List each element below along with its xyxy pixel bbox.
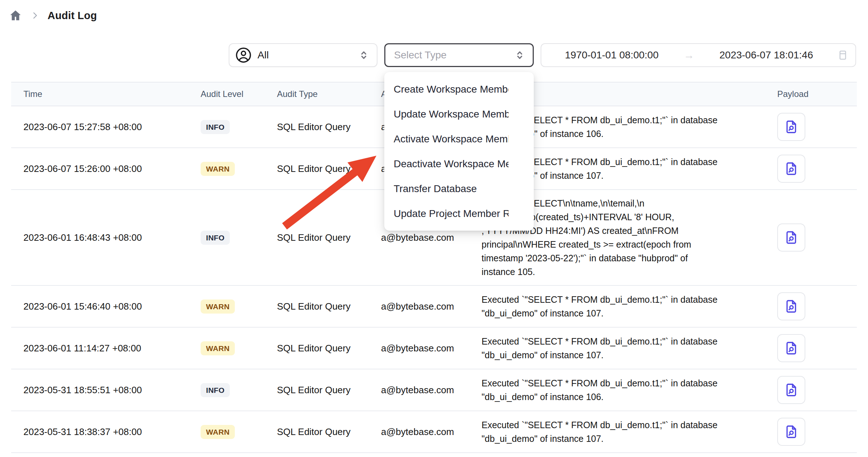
actor-filter-select[interactable]: All bbox=[229, 43, 377, 67]
audit-level-badge: INFO bbox=[201, 383, 230, 397]
col-header-audit-type: Audit Type bbox=[265, 89, 369, 99]
row-audit-level: WARN bbox=[188, 341, 265, 355]
row-payload bbox=[759, 376, 857, 404]
payload-view-button[interactable] bbox=[777, 292, 805, 320]
row-comment: Executed `"SELECT * FROM db_ui_demo.t1;"… bbox=[469, 418, 759, 445]
row-actor: a@bytebase.com bbox=[369, 343, 469, 354]
row-actor: a@bytebase.com bbox=[369, 426, 469, 438]
table-row: 2023-05-31 18:38:37 +08:00 WARN SQL Edit… bbox=[11, 411, 857, 453]
calendar-icon bbox=[837, 49, 849, 61]
audit-level-badge: INFO bbox=[201, 120, 230, 134]
audit-level-badge: INFO bbox=[201, 231, 230, 245]
menu-item[interactable]: Update Project Member Role bbox=[384, 201, 509, 226]
breadcrumb: Audit Log bbox=[9, 9, 97, 22]
row-audit-type: SQL Editor Query bbox=[265, 163, 369, 174]
file-search-icon bbox=[784, 299, 799, 314]
row-comment: Executed `"SELECT * FROM db_ui_demo.t1;"… bbox=[469, 334, 759, 362]
row-time: 2023-06-01 15:46:40 +08:00 bbox=[11, 301, 188, 312]
row-audit-type: SQL Editor Query bbox=[265, 343, 369, 354]
row-payload bbox=[759, 334, 857, 362]
file-search-icon bbox=[784, 341, 799, 356]
table-row: 2023-05-31 18:55:51 +08:00 INFO SQL Edit… bbox=[11, 369, 857, 411]
payload-view-button[interactable] bbox=[777, 418, 805, 446]
row-actor: a@bytebase.com bbox=[369, 232, 469, 243]
row-audit-type: SQL Editor Query bbox=[265, 385, 369, 396]
audit-level-badge: WARN bbox=[201, 162, 235, 176]
type-dropdown-menu: Create Workspace MemberUpdate Workspace … bbox=[384, 72, 534, 231]
row-audit-level: WARN bbox=[188, 425, 265, 439]
page-title: Audit Log bbox=[48, 10, 97, 22]
actor-filter-value: All bbox=[258, 49, 269, 61]
table-row: 2023-06-01 11:14:27 +08:00 WARN SQL Edit… bbox=[11, 328, 857, 369]
row-time: 2023-06-07 15:27:58 +08:00 bbox=[11, 121, 188, 133]
row-payload bbox=[759, 418, 857, 446]
file-search-icon bbox=[784, 424, 799, 439]
row-time: 2023-06-01 16:48:43 +08:00 bbox=[11, 232, 188, 243]
row-payload bbox=[759, 113, 857, 141]
file-search-icon bbox=[784, 119, 799, 134]
row-audit-type: SQL Editor Query bbox=[265, 301, 369, 312]
row-audit-type: SQL Editor Query bbox=[265, 232, 369, 243]
chevron-right-icon bbox=[30, 11, 40, 20]
row-time: 2023-05-31 18:38:37 +08:00 bbox=[11, 426, 188, 438]
date-range-end: 2023-06-07 18:01:46 bbox=[696, 49, 837, 61]
payload-view-button[interactable] bbox=[777, 376, 805, 404]
type-filter-select[interactable]: Select Type bbox=[384, 43, 534, 67]
row-time: 2023-05-31 18:55:51 +08:00 bbox=[11, 385, 188, 396]
row-time: 2023-06-01 11:14:27 +08:00 bbox=[11, 343, 188, 354]
date-range-start: 1970-01-01 08:00:00 bbox=[541, 49, 682, 61]
type-filter-placeholder: Select Type bbox=[394, 49, 447, 61]
row-audit-level: INFO bbox=[188, 383, 265, 397]
row-comment: Executed `"SELECT * FROM db_ui_demo.t1;"… bbox=[469, 376, 759, 404]
file-search-icon bbox=[784, 382, 799, 398]
row-time: 2023-06-07 15:26:00 +08:00 bbox=[11, 163, 188, 174]
arrow-right-icon: → bbox=[682, 49, 696, 61]
row-audit-level: WARN bbox=[188, 300, 265, 314]
row-payload bbox=[759, 292, 857, 320]
row-audit-type: SQL Editor Query bbox=[265, 426, 369, 438]
row-audit-level: INFO bbox=[188, 231, 265, 245]
table-row: 2023-06-01 15:46:40 +08:00 WARN SQL Edit… bbox=[11, 286, 857, 328]
menu-item[interactable]: Activate Workspace Member bbox=[384, 127, 509, 151]
row-payload bbox=[759, 155, 857, 183]
audit-log-page: Audit Log All Select Type 1970-01-01 08:… bbox=[0, 0, 868, 457]
payload-view-button[interactable] bbox=[777, 334, 805, 362]
date-range-picker[interactable]: 1970-01-01 08:00:00 → 2023-06-07 18:01:4… bbox=[541, 43, 856, 67]
file-search-icon bbox=[784, 230, 799, 245]
row-payload bbox=[759, 223, 857, 252]
row-actor: a@bytebase.com bbox=[369, 301, 469, 312]
row-actor: a@bytebase.com bbox=[369, 385, 469, 396]
filter-bar: All Select Type 1970-01-01 08:00:00 → 20… bbox=[0, 43, 868, 67]
menu-item[interactable]: Transfer Database bbox=[384, 176, 509, 201]
row-audit-level: WARN bbox=[188, 162, 265, 176]
audit-level-badge: WARN bbox=[201, 300, 235, 314]
row-comment: Executed `"SELECT * FROM db_ui_demo.t1;"… bbox=[469, 293, 759, 320]
col-header-time: Time bbox=[11, 89, 188, 99]
col-header-payload: Payload bbox=[759, 89, 857, 99]
menu-item[interactable]: Update Workspace Member bbox=[384, 102, 509, 127]
col-header-audit-level: Audit Level bbox=[188, 89, 265, 99]
up-down-chevrons-icon bbox=[358, 49, 370, 61]
up-down-chevrons-icon bbox=[514, 49, 525, 61]
user-circle-icon bbox=[235, 47, 252, 63]
payload-view-button[interactable] bbox=[777, 223, 805, 252]
menu-item[interactable]: Deactivate Workspace Member bbox=[384, 151, 509, 176]
row-audit-type: SQL Editor Query bbox=[265, 121, 369, 133]
audit-level-badge: WARN bbox=[201, 425, 235, 439]
file-search-icon bbox=[784, 161, 799, 176]
payload-view-button[interactable] bbox=[777, 113, 805, 141]
audit-level-badge: WARN bbox=[201, 341, 235, 355]
menu-item[interactable]: Create Workspace Member bbox=[384, 77, 509, 102]
row-audit-level: INFO bbox=[188, 120, 265, 134]
home-icon[interactable] bbox=[9, 9, 22, 22]
payload-view-button[interactable] bbox=[777, 155, 805, 183]
